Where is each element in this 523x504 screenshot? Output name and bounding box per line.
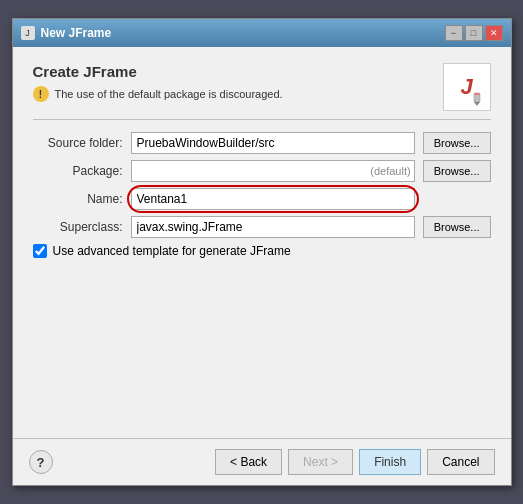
advanced-template-label[interactable]: Use advanced template for generate JFram… [53,244,291,258]
warning-row: ! The use of the default package is disc… [33,86,443,102]
source-folder-browse-button[interactable]: Browse... [423,132,491,154]
finish-button[interactable]: Finish [359,449,421,475]
svg-marker-1 [474,102,480,106]
name-input-wrapper [131,188,415,210]
form-fields: Source folder: Browse... Package: (defau… [33,132,491,238]
advanced-template-checkbox[interactable] [33,244,47,258]
superclass-browse-button[interactable]: Browse... [423,216,491,238]
warning-text: The use of the default package is discou… [55,88,283,100]
close-button[interactable]: ✕ [485,25,503,41]
section-title: Create JFrame [33,63,443,80]
source-folder-input[interactable] [131,132,415,154]
nav-buttons: < Back Next > Finish Cancel [215,449,494,475]
package-input-wrapper: (default) [131,160,415,182]
window-title: New JFrame [41,26,112,40]
dialog-content: Create JFrame ! The use of the default p… [13,47,511,278]
back-button[interactable]: < Back [215,449,282,475]
checkbox-row: Use advanced template for generate JFram… [33,244,491,258]
bottom-bar: ? < Back Next > Finish Cancel [13,438,511,485]
pencil-icon [472,92,486,106]
package-browse-button[interactable]: Browse... [423,160,491,182]
superclass-input[interactable] [131,216,415,238]
package-input[interactable] [131,160,415,182]
source-folder-label: Source folder: [33,136,123,150]
java-icon: J [443,63,491,111]
section-header: Create JFrame ! The use of the default p… [33,63,491,120]
cancel-button[interactable]: Cancel [427,449,494,475]
title-bar: J New JFrame − □ ✕ [13,19,511,47]
name-input[interactable] [131,188,415,210]
java-icon-bg: J [444,64,490,110]
title-controls: − □ ✕ [445,25,503,41]
svg-rect-2 [474,93,480,95]
minimize-button[interactable]: − [445,25,463,41]
section-title-area: Create JFrame ! The use of the default p… [33,63,443,102]
title-bar-left: J New JFrame [21,26,112,40]
dialog-window: J New JFrame − □ ✕ Create JFrame ! The u… [12,18,512,486]
superclass-label: Superclass: [33,220,123,234]
package-label: Package: [33,164,123,178]
name-label: Name: [33,192,123,206]
maximize-button[interactable]: □ [465,25,483,41]
warning-icon: ! [33,86,49,102]
window-icon: J [21,26,35,40]
next-button[interactable]: Next > [288,449,353,475]
help-button[interactable]: ? [29,450,53,474]
